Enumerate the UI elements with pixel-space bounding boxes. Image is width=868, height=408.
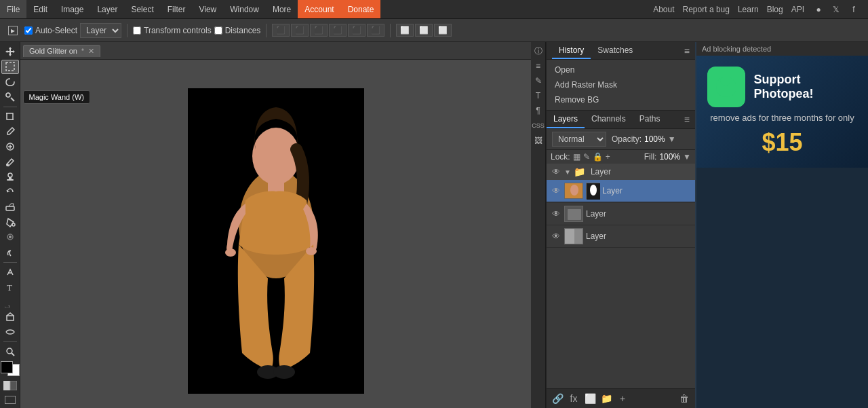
menu-view[interactable]: View — [192, 0, 223, 18]
fill-value[interactable]: 100% — [659, 152, 680, 162]
layer-eye-2[interactable]: 👁 — [551, 231, 561, 241]
lock-all-icon[interactable]: + — [606, 152, 610, 162]
hamburger-icon[interactable]: ≡ — [532, 60, 545, 72]
align-bottom[interactable]: ⬛ — [367, 24, 384, 37]
layer-effects-btn[interactable]: fx — [567, 392, 580, 405]
link-blog[interactable]: Blog — [767, 5, 783, 14]
fill-tool[interactable] — [1, 215, 19, 229]
blur-tool[interactable] — [1, 230, 19, 244]
info-icon[interactable]: ⓘ — [532, 45, 545, 57]
align-right[interactable]: ⬛ — [310, 24, 328, 37]
menu-filter[interactable]: Filter — [161, 0, 193, 18]
text-tool[interactable]: T — [1, 280, 19, 294]
text-icon[interactable]: T — [532, 90, 545, 102]
menu-donate[interactable]: Donate — [341, 0, 381, 18]
new-layer-btn[interactable]: + — [616, 392, 629, 405]
layer-eye-1[interactable]: 👁 — [551, 209, 561, 219]
menu-more[interactable]: More — [266, 0, 298, 18]
link-api[interactable]: API — [791, 5, 804, 14]
screen-mode-btn[interactable] — [2, 394, 18, 405]
dodge-tool[interactable] — [1, 245, 19, 259]
magic-wand-tool[interactable]: Magic Wand (W) — [1, 90, 19, 104]
link-report-bug[interactable]: Report a bug — [683, 5, 730, 14]
menu-layer[interactable]: Layer — [90, 0, 124, 18]
fg-color[interactable] — [1, 361, 13, 373]
stamp-tool[interactable] — [1, 170, 19, 184]
shape-tool[interactable] — [1, 310, 19, 324]
opacity-value[interactable]: 100% — [644, 134, 665, 144]
transform-controls-checkbox[interactable]: Transform controls — [133, 26, 212, 35]
layers-panel-menu[interactable]: ≡ — [679, 114, 695, 125]
brush-tool[interactable] — [1, 155, 19, 168]
menu-file[interactable]: File — [0, 0, 26, 18]
twitter-icon[interactable]: 𝕏 — [830, 3, 842, 16]
tab-swatches[interactable]: Swatches — [591, 43, 639, 59]
lock-position-icon[interactable]: 🔒 — [593, 152, 603, 162]
history-item-add-mask[interactable]: Add Raster Mask — [547, 77, 695, 92]
menu-select[interactable]: Select — [124, 0, 160, 18]
history-item-remove-bg[interactable]: Remove BG — [547, 92, 695, 107]
link-learn[interactable]: Learn — [738, 5, 759, 14]
warp-tool[interactable] — [1, 325, 19, 339]
layer-eye-0[interactable]: 👁 — [551, 186, 561, 196]
opacity-arrow[interactable]: ▼ — [668, 134, 676, 144]
crop-tool[interactable] — [1, 110, 19, 124]
vertical-text-tool[interactable]: T — [1, 295, 19, 309]
reddit-icon[interactable]: ● — [812, 3, 825, 16]
move-tool[interactable] — [1, 45, 19, 58]
link-layers-btn[interactable]: 🔗 — [551, 392, 564, 405]
align-left[interactable]: ⬛ — [272, 24, 290, 37]
ad-content[interactable]: Support Photopea! remove ads for three m… — [696, 56, 868, 168]
lock-pixel-icon[interactable]: ▦ — [573, 152, 580, 162]
tab-layers[interactable]: Layers — [547, 111, 585, 128]
zoom-tool[interactable] — [1, 345, 19, 358]
layer-folder-row[interactable]: 👁 ▼ 📁 Layer — [547, 164, 695, 180]
select-marquee-tool[interactable] — [1, 60, 19, 74]
dist-v[interactable]: ⬜ — [415, 24, 433, 37]
css-icon[interactable]: CSS — [532, 119, 545, 132]
menu-window[interactable]: Window — [223, 0, 266, 18]
tab-paths[interactable]: Paths — [633, 111, 667, 128]
distances-checkbox[interactable]: Distances — [214, 26, 261, 35]
align-top[interactable]: ⬛ — [329, 24, 347, 37]
menu-edit[interactable]: Edit — [26, 0, 54, 18]
history-panel-menu[interactable]: ≡ — [684, 45, 690, 56]
blend-mode-select[interactable]: Normal — [552, 132, 606, 147]
align-center-h[interactable]: ⬛ — [291, 24, 309, 37]
pen-tool[interactable] — [1, 265, 19, 278]
color-swatches[interactable] — [1, 361, 20, 376]
auto-select-checkbox[interactable]: Auto-Select — [24, 26, 77, 35]
tab-history[interactable]: History — [552, 43, 591, 59]
history-item-open[interactable]: Open — [547, 62, 695, 77]
layer-select[interactable]: Layer — [80, 23, 121, 38]
image-icon[interactable]: 🖼 — [532, 134, 545, 147]
para-icon[interactable]: ¶ — [532, 105, 545, 117]
link-about[interactable]: About — [653, 5, 674, 14]
heal-tool[interactable] — [1, 140, 19, 153]
layer-row-1[interactable]: 👁 Layer — [547, 203, 695, 225]
folder-chevron-icon[interactable]: ▼ — [564, 168, 571, 176]
eyedropper-tool[interactable] — [1, 125, 19, 138]
pencil-icon[interactable]: ✎ — [532, 75, 545, 87]
layer-row-0[interactable]: 👁 Layer — [547, 180, 695, 202]
arrange[interactable]: ⬜ — [434, 24, 452, 37]
canvas-tab-close[interactable]: ✕ — [88, 47, 94, 56]
fill-arrow[interactable]: ▼ — [683, 152, 691, 162]
align-center-v[interactable]: ⬛ — [348, 24, 366, 37]
quick-mask-btn[interactable] — [2, 380, 18, 391]
lock-brush-icon[interactable]: ✎ — [583, 152, 590, 162]
facebook-icon[interactable]: f — [848, 3, 860, 16]
delete-layer-btn[interactable]: 🗑 — [677, 392, 691, 405]
tab-channels[interactable]: Channels — [585, 111, 633, 128]
eraser-tool[interactable] — [1, 200, 19, 214]
canvas-tab-main[interactable]: Gold Glitter on * ✕ — [23, 45, 100, 57]
dist-h[interactable]: ⬜ — [396, 24, 414, 37]
new-group-btn[interactable]: 📁 — [599, 392, 613, 405]
folder-eye-icon[interactable]: 👁 — [551, 167, 561, 177]
menu-account[interactable]: Account — [298, 0, 340, 18]
menu-image[interactable]: Image — [54, 0, 90, 18]
layer-row-2[interactable]: 👁 Layer — [547, 225, 695, 248]
history-brush-tool[interactable] — [1, 185, 19, 199]
add-mask-btn[interactable]: ⬜ — [583, 392, 597, 405]
lasso-tool[interactable] — [1, 75, 19, 89]
